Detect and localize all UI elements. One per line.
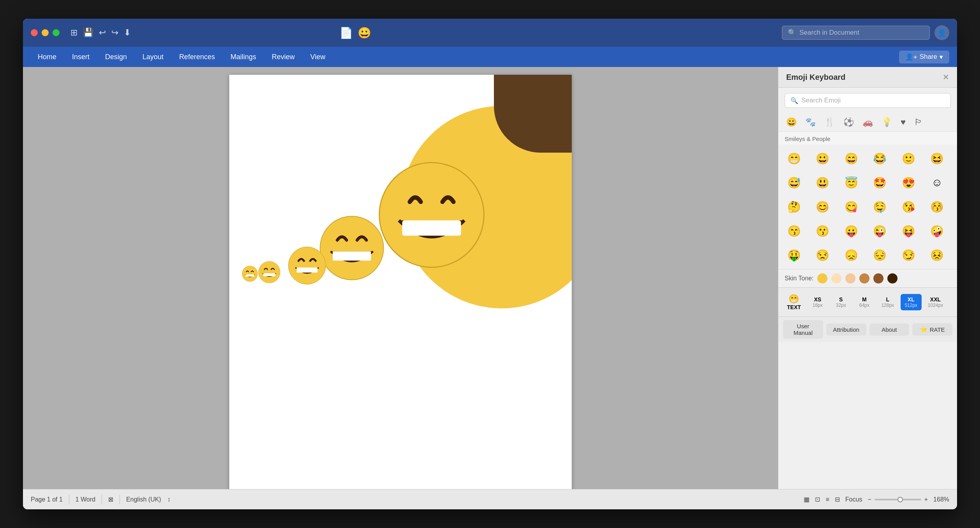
emoji-cell[interactable]: 🤔	[783, 196, 805, 218]
search-box[interactable]: 🔍	[782, 26, 930, 40]
view-icon-web[interactable]: ⊡	[815, 496, 820, 503]
document-area[interactable]	[23, 67, 778, 489]
skin-tone-2[interactable]	[831, 273, 841, 283]
emoji-cell[interactable]: 🙂	[897, 148, 919, 169]
emoji-cell[interactable]: 😒	[812, 244, 834, 266]
emoji-panel-close[interactable]: ✕	[943, 72, 949, 82]
zoom-track[interactable]	[875, 499, 921, 500]
emoji-search-box[interactable]: 🔍	[785, 93, 951, 108]
emoji-search-input[interactable]	[801, 97, 945, 104]
menu-references[interactable]: References	[172, 51, 222, 63]
minimize-button[interactable]	[42, 29, 49, 36]
skin-tone-3[interactable]	[845, 273, 855, 283]
emoji-cell[interactable]: 🤤	[869, 196, 891, 218]
menu-review[interactable]: Review	[265, 51, 302, 63]
emoji-cell[interactable]: 🤑	[783, 244, 805, 266]
user-manual-link[interactable]: User Manual	[783, 320, 823, 339]
cat-food[interactable]: 🍴	[823, 116, 836, 129]
zoom-percent: 168%	[933, 496, 949, 503]
size-xxl[interactable]: XXL 1024px	[924, 294, 947, 310]
dropdown-icon[interactable]: ⬇	[124, 28, 131, 38]
zoom-plus[interactable]: +	[924, 496, 928, 503]
about-link[interactable]: About	[869, 324, 910, 336]
emoji-cell[interactable]: 😝	[897, 220, 919, 242]
title-bar: ⊞ 💾 ↩ ↪ ⬇ 📄 😀 🔍 👤	[23, 19, 957, 47]
zoom-minus[interactable]: −	[868, 496, 871, 503]
emoji-cell[interactable]: 😊	[812, 196, 834, 218]
emoji-cell[interactable]: 😙	[783, 220, 805, 242]
sidebar-icon[interactable]: ⊞	[70, 28, 77, 38]
skin-tone-1[interactable]	[817, 273, 827, 283]
document-page	[229, 75, 572, 489]
rate-button[interactable]: ⭐ RATE	[912, 323, 952, 336]
emoji-cell[interactable]: 😞	[840, 244, 862, 266]
attribution-link[interactable]: Attribution	[826, 324, 866, 336]
emoji-cell[interactable]: 😋	[840, 196, 862, 218]
redo-icon[interactable]: ↪	[111, 28, 118, 38]
view-icon-normal[interactable]: ▦	[804, 496, 810, 503]
cat-sports[interactable]: ⚽	[842, 116, 855, 129]
size-xs[interactable]: XS 16px	[807, 294, 828, 310]
menu-layout[interactable]: Layout	[135, 51, 170, 63]
emoji-categories: 😀 🐾 🍴 ⚽ 🚗 💡 ♥ 🏳	[778, 113, 957, 132]
cat-flags[interactable]: 🏳	[913, 116, 924, 129]
emoji-cell[interactable]: 😇	[840, 172, 862, 194]
emoji-cell[interactable]: 😛	[840, 220, 862, 242]
emoji-cell[interactable]: 😜	[869, 220, 891, 242]
menu-insert[interactable]: Insert	[65, 51, 97, 63]
menu-design[interactable]: Design	[98, 51, 134, 63]
emoji-cell[interactable]: 😘	[897, 196, 919, 218]
emoji-cell[interactable]: 😏	[897, 244, 919, 266]
skin-tone-6[interactable]	[887, 273, 897, 283]
user-avatar[interactable]: 👤	[934, 25, 949, 40]
view-icon-list[interactable]: ≡	[825, 496, 829, 503]
size-xl[interactable]: XL 512px	[901, 294, 922, 310]
menu-mailings[interactable]: Mailings	[223, 51, 263, 63]
skin-tone-4[interactable]	[859, 273, 869, 283]
cat-symbols[interactable]: ♥	[899, 116, 907, 129]
menu-view[interactable]: View	[303, 51, 332, 63]
search-input[interactable]	[799, 29, 924, 37]
emoji-cell[interactable]: 🤩	[869, 172, 891, 194]
emoji-cell[interactable]: 😅	[783, 172, 805, 194]
svg-rect-5	[297, 268, 318, 273]
size-s[interactable]: S 32px	[831, 294, 852, 310]
emoji-cell[interactable]: 😗	[812, 220, 834, 242]
proofing-icon[interactable]: ⊠	[108, 496, 113, 503]
menu-home[interactable]: Home	[31, 51, 63, 63]
emoji-cell[interactable]: 😃	[812, 172, 834, 194]
emoji-cell[interactable]: 😣	[926, 244, 948, 266]
emoji-cell[interactable]: 😁	[783, 148, 805, 169]
emoji-grid: 😁 😀 😄 😂 🙂 😆 😅 😃 😇 🤩 😍 ☺ 🤔 😊 😋 🤤 😘 😚 😙	[778, 144, 957, 269]
emoji-cell[interactable]: 😚	[926, 196, 948, 218]
title-center: 📄 😀	[339, 26, 371, 39]
emoji-cell[interactable]: 😍	[897, 172, 919, 194]
close-button[interactable]	[31, 29, 38, 36]
size-l[interactable]: L 128px	[877, 294, 898, 310]
emoji-cell[interactable]: ☺	[926, 172, 948, 194]
maximize-button[interactable]	[53, 29, 60, 36]
focus-label[interactable]: Focus	[845, 496, 862, 503]
cat-animals[interactable]: 🐾	[804, 116, 817, 129]
emoji-cell[interactable]: 😀	[812, 148, 834, 169]
cat-travel[interactable]: 🚗	[861, 116, 875, 129]
emoji-cell[interactable]: 🤪	[926, 220, 948, 242]
emoji-cell[interactable]: 😆	[926, 148, 948, 169]
save-icon[interactable]: 💾	[83, 28, 93, 38]
svg-rect-9	[246, 275, 255, 276]
undo-icon[interactable]: ↩	[99, 28, 106, 38]
share-button[interactable]: 👤+ Share ▾	[899, 51, 949, 63]
emoji-cell[interactable]: 😄	[840, 148, 862, 169]
divider-3	[119, 495, 120, 504]
emoji-cell[interactable]: 😔	[869, 244, 891, 266]
emoji-search-icon: 🔍	[790, 97, 798, 104]
skin-tone-5[interactable]	[873, 273, 883, 283]
document-icon: 📄	[339, 26, 353, 39]
cat-smiley[interactable]: 😀	[785, 116, 798, 129]
size-text[interactable]: 😁 TEXT	[783, 292, 805, 313]
zoom-slider[interactable]: − +	[868, 496, 928, 503]
cat-objects[interactable]: 💡	[880, 116, 894, 129]
size-m[interactable]: M 64px	[854, 294, 875, 310]
emoji-cell[interactable]: 😂	[869, 148, 891, 169]
view-icon-grid[interactable]: ⊟	[835, 496, 840, 503]
